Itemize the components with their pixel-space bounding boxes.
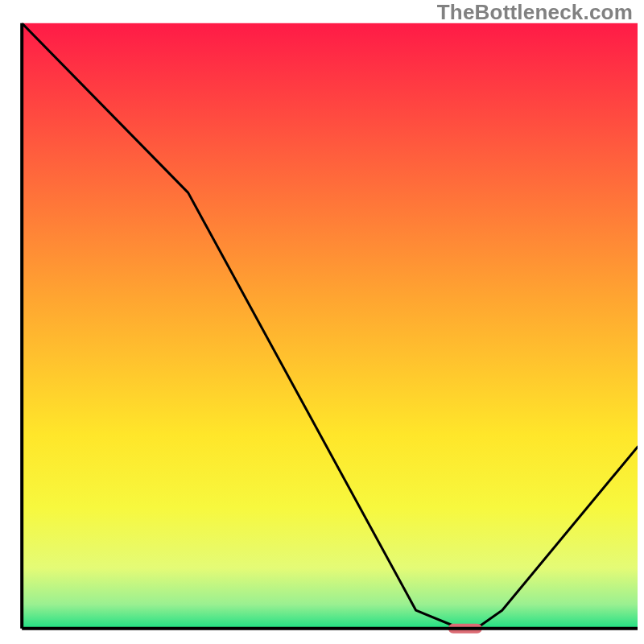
bottleneck-chart: [0, 0, 644, 644]
watermark-label: TheBottleneck.com: [437, 0, 633, 25]
chart-container: TheBottleneck.com: [0, 0, 644, 644]
gradient-background: [22, 23, 638, 629]
